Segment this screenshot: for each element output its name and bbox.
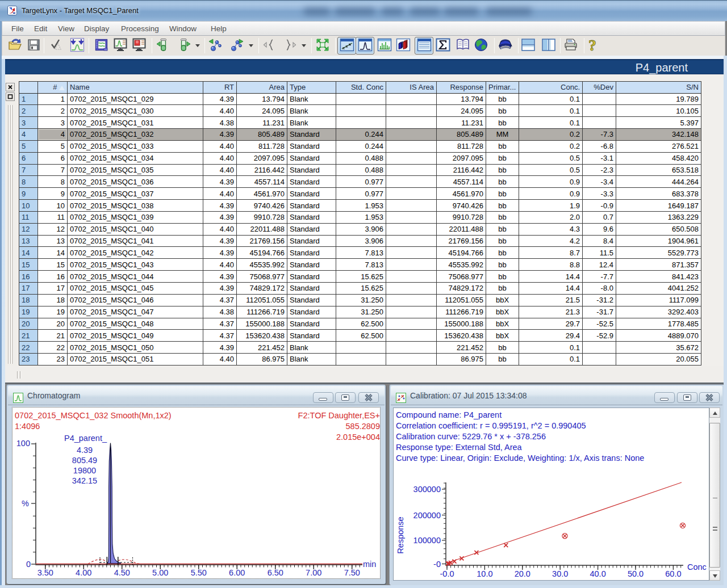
svg-text:3.50: 3.50: [37, 568, 53, 577]
svg-text:19800: 19800: [73, 466, 96, 475]
svg-text:4.00: 4.00: [76, 568, 91, 577]
svg-text:Compound name: P4_parent: Compound name: P4_parent: [396, 410, 502, 419]
svg-text:5.50: 5.50: [191, 568, 207, 577]
svg-text:2.015e+004: 2.015e+004: [336, 432, 380, 442]
svg-text:-0.0: -0.0: [440, 569, 454, 578]
svg-text:F2:TOF Daughter,ES+: F2:TOF Daughter,ES+: [298, 411, 380, 420]
svg-text:30.0: 30.0: [552, 569, 568, 578]
svg-text:min: min: [363, 560, 376, 569]
svg-text:50.0: 50.0: [628, 569, 644, 578]
svg-text:5.00: 5.00: [152, 568, 168, 577]
svg-text:0: 0: [26, 560, 31, 569]
svg-text:7.00: 7.00: [306, 568, 321, 577]
svg-text:?: ?: [588, 37, 596, 52]
svg-text:1:4096: 1:4096: [15, 422, 40, 431]
svg-text:585.2809: 585.2809: [346, 422, 380, 431]
svg-text:Calibration curve: 5229.76 * x: Calibration curve: 5229.76 * x + -378.25…: [396, 432, 546, 441]
svg-text:60.0: 60.0: [665, 569, 681, 578]
svg-text:Curve type: Linear, Origin: Ex: Curve type: Linear, Origin: Exclude, Wei…: [396, 453, 644, 463]
svg-text:300000: 300000: [413, 485, 441, 494]
svg-text:Response: Response: [396, 516, 405, 553]
svg-text:100: 100: [16, 439, 30, 448]
svg-text:40.0: 40.0: [590, 569, 605, 578]
svg-text:6.00: 6.00: [229, 568, 245, 577]
svg-text:Correlation coefficient: r = 0: Correlation coefficient: r = 0.995191, r…: [396, 421, 586, 430]
svg-text:4.39: 4.39: [77, 446, 93, 455]
svg-text:20.0: 20.0: [515, 569, 530, 578]
svg-text:0702_2015_MSQC1_032 Smooth(Mn,: 0702_2015_MSQC1_032 Smooth(Mn,1x2): [15, 411, 172, 420]
svg-text:805.49: 805.49: [72, 456, 97, 465]
svg-text:-0: -0: [433, 560, 441, 569]
svg-text:6.50: 6.50: [268, 568, 283, 577]
svg-text:7.50: 7.50: [344, 568, 360, 577]
svg-text:Response type: External Std, A: Response type: External Std, Area: [396, 443, 523, 452]
svg-text:10.0: 10.0: [477, 569, 492, 578]
svg-text:P4_parent_: P4_parent_: [64, 434, 107, 443]
svg-text:Conc: Conc: [687, 562, 707, 572]
svg-text:200000: 200000: [413, 511, 441, 520]
svg-text:342.15: 342.15: [72, 476, 97, 485]
svg-text:100000: 100000: [413, 536, 441, 545]
svg-text:%: %: [22, 499, 29, 508]
svg-text:4.50: 4.50: [114, 568, 130, 577]
